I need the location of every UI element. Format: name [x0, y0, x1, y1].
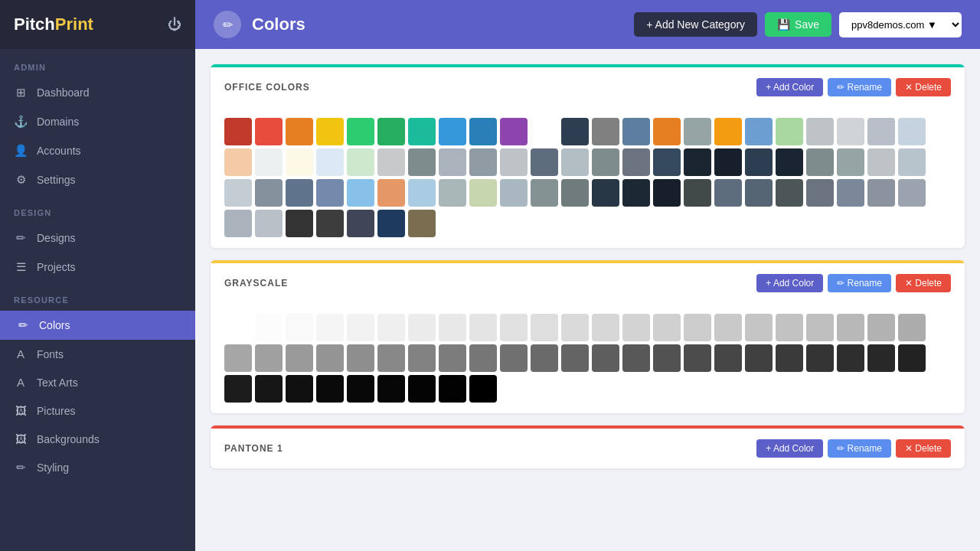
power-button[interactable]: ⏻ — [168, 17, 181, 33]
color-swatch[interactable] — [377, 179, 405, 207]
color-swatch[interactable] — [500, 148, 528, 176]
color-swatch[interactable] — [653, 118, 681, 145]
color-swatch[interactable] — [224, 118, 252, 145]
color-swatch[interactable] — [898, 118, 926, 145]
color-swatch[interactable] — [684, 179, 711, 207]
rename-button-grayscale[interactable]: ✏ Rename — [828, 274, 891, 292]
color-swatch[interactable] — [898, 148, 926, 176]
color-swatch[interactable] — [224, 375, 252, 403]
color-swatch[interactable] — [561, 344, 589, 372]
sidebar-item-colors[interactable]: ✏ Colors — [0, 311, 195, 340]
color-swatch[interactable] — [408, 375, 436, 403]
color-swatch[interactable] — [255, 314, 283, 341]
color-swatch[interactable] — [776, 344, 803, 372]
color-swatch[interactable] — [377, 375, 405, 403]
sidebar-item-accounts[interactable]: 👤 Accounts — [0, 136, 195, 165]
color-swatch[interactable] — [255, 375, 283, 403]
color-swatch[interactable] — [255, 148, 283, 176]
color-swatch[interactable] — [653, 148, 681, 176]
color-swatch[interactable] — [561, 118, 589, 145]
color-swatch[interactable] — [286, 210, 313, 237]
color-swatch[interactable] — [898, 314, 926, 341]
color-swatch[interactable] — [500, 118, 528, 145]
color-swatch[interactable] — [286, 148, 313, 176]
add-category-button[interactable]: + Add New Category — [634, 12, 757, 37]
color-swatch[interactable] — [531, 148, 558, 176]
color-swatch[interactable] — [316, 314, 344, 341]
color-swatch[interactable] — [745, 148, 773, 176]
color-swatch[interactable] — [745, 118, 773, 145]
color-swatch[interactable] — [714, 314, 742, 341]
color-swatch[interactable] — [469, 179, 497, 207]
color-swatch[interactable] — [316, 375, 344, 403]
color-swatch[interactable] — [408, 118, 436, 145]
color-swatch[interactable] — [408, 314, 436, 341]
color-swatch[interactable] — [286, 179, 313, 207]
color-swatch[interactable] — [776, 118, 803, 145]
delete-button-office[interactable]: ✕ Delete — [896, 78, 951, 96]
color-swatch[interactable] — [561, 179, 589, 207]
color-swatch[interactable] — [500, 179, 528, 207]
sidebar-item-projects[interactable]: ☰ Projects — [0, 253, 195, 282]
sidebar-item-fonts[interactable]: A Fonts — [0, 340, 195, 368]
color-swatch[interactable] — [531, 179, 558, 207]
color-swatch[interactable] — [622, 118, 650, 145]
color-swatch[interactable] — [316, 344, 344, 372]
color-swatch[interactable] — [408, 148, 436, 176]
color-swatch[interactable] — [898, 179, 926, 207]
color-swatch[interactable] — [745, 179, 773, 207]
color-swatch[interactable] — [408, 344, 436, 372]
color-swatch[interactable] — [347, 179, 374, 207]
color-swatch[interactable] — [622, 314, 650, 341]
add-color-button-office[interactable]: + Add Color — [756, 78, 823, 96]
sidebar-item-designs[interactable]: ✏ Designs — [0, 223, 195, 253]
color-swatch[interactable] — [469, 344, 497, 372]
color-swatch[interactable] — [531, 314, 558, 341]
color-swatch[interactable] — [255, 118, 283, 145]
color-swatch[interactable] — [316, 210, 344, 237]
color-swatch[interactable] — [286, 375, 313, 403]
color-swatch[interactable] — [439, 179, 466, 207]
color-swatch[interactable] — [286, 314, 313, 341]
delete-button-grayscale[interactable]: ✕ Delete — [896, 274, 951, 292]
color-swatch[interactable] — [776, 148, 803, 176]
color-swatch[interactable] — [255, 179, 283, 207]
color-swatch[interactable] — [255, 344, 283, 372]
color-swatch[interactable] — [867, 148, 895, 176]
color-swatch[interactable] — [806, 118, 834, 145]
color-swatch[interactable] — [592, 344, 619, 372]
sidebar-item-textarts[interactable]: A Text Arts — [0, 368, 195, 396]
color-swatch[interactable] — [806, 179, 834, 207]
color-swatch[interactable] — [469, 314, 497, 341]
color-swatch[interactable] — [745, 314, 773, 341]
color-swatch[interactable] — [867, 344, 895, 372]
color-swatch[interactable] — [439, 148, 466, 176]
color-swatch[interactable] — [653, 344, 681, 372]
color-swatch[interactable] — [377, 314, 405, 341]
color-swatch[interactable] — [561, 314, 589, 341]
delete-button-pantone1[interactable]: ✕ Delete — [896, 439, 951, 458]
color-swatch[interactable] — [714, 344, 742, 372]
color-swatch[interactable] — [684, 118, 711, 145]
color-swatch[interactable] — [898, 344, 926, 372]
color-swatch[interactable] — [714, 148, 742, 176]
domain-selector[interactable]: ppv8demos.com ▼ — [839, 12, 962, 37]
sidebar-item-backgrounds[interactable]: 🖼 Backgrounds — [0, 425, 195, 453]
save-button[interactable]: 💾 Save — [765, 12, 831, 37]
color-swatch[interactable] — [408, 179, 436, 207]
color-swatch[interactable] — [561, 148, 589, 176]
color-swatch[interactable] — [867, 118, 895, 145]
color-swatch[interactable] — [469, 148, 497, 176]
sidebar-item-pictures[interactable]: 🖼 Pictures — [0, 396, 195, 425]
color-swatch[interactable] — [439, 314, 466, 341]
color-swatch[interactable] — [500, 344, 528, 372]
color-swatch[interactable] — [714, 118, 742, 145]
color-swatch[interactable] — [224, 344, 252, 372]
color-swatch[interactable] — [500, 314, 528, 341]
color-swatch[interactable] — [316, 179, 344, 207]
color-swatch[interactable] — [653, 314, 681, 341]
add-color-button-pantone1[interactable]: + Add Color — [756, 439, 823, 458]
color-swatch[interactable] — [255, 210, 283, 237]
color-swatch[interactable] — [469, 118, 497, 145]
sidebar-item-dashboard[interactable]: ⊞ Dashboard — [0, 78, 195, 107]
